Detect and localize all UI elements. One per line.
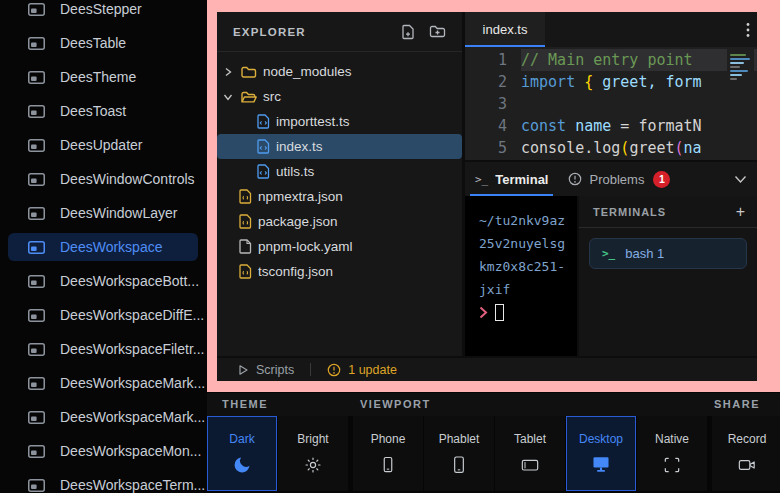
moon-icon <box>232 454 252 476</box>
terminal-session-bash-1[interactable]: >_bash 1 <box>589 238 747 269</box>
sidebar-item-deesworkspacemark[interactable]: DeesWorkspaceMark... <box>8 403 198 431</box>
more-actions-icon[interactable] <box>746 22 750 38</box>
line-content: const name = formatN <box>521 115 757 137</box>
toolbar-group-theme: DarkBright <box>207 416 349 491</box>
terminal-prompt-icon <box>479 306 488 319</box>
window-icon <box>28 445 45 458</box>
toolbar-button-label: Tablet <box>514 432 546 446</box>
window-icon <box>28 241 45 254</box>
tree-item-utils-ts[interactable]: utils.ts <box>217 159 462 184</box>
code-token: = formatN <box>620 117 701 135</box>
viewport-button-desktop[interactable]: Desktop <box>566 416 636 491</box>
record-icon <box>736 454 758 476</box>
viewport-button-tablet[interactable]: Tablet <box>495 416 565 491</box>
sidebar-item-deesworkspace[interactable]: DeesWorkspace <box>8 233 198 261</box>
terminal-icon: >_ <box>475 173 488 186</box>
sidebar-item-deesworkspacemon[interactable]: DeesWorkspaceMon... <box>8 437 198 465</box>
alert-circle-icon <box>568 172 582 186</box>
chevron-right-icon <box>221 67 235 77</box>
sidebar-item-deesupdater[interactable]: DeesUpdater <box>8 131 198 159</box>
sidebar-item-deesworkspacemark[interactable]: DeesWorkspaceMark... <box>8 369 198 397</box>
tab-terminal[interactable]: >_ Terminal <box>465 162 558 196</box>
code-token: na <box>684 139 702 157</box>
toolbar-button-label: Bright <box>297 432 328 446</box>
theme-button-bright[interactable]: Bright <box>278 416 348 491</box>
chevron-down-icon[interactable] <box>734 175 747 184</box>
component-sidebar: DeesStepperDeesTableDeesThemeDeesToastDe… <box>0 0 207 493</box>
new-folder-icon[interactable] <box>429 24 446 40</box>
viewport-button-phablet[interactable]: Phablet <box>424 416 494 491</box>
editor-tab-index-ts[interactable]: index.ts <box>465 12 545 47</box>
minimap-line <box>730 66 740 68</box>
sidebar-item-label: DeesStepper <box>60 1 142 17</box>
sidebar-item-deestable[interactable]: DeesTable <box>8 29 198 57</box>
sidebar-item-deestoast[interactable]: DeesToast <box>8 97 198 125</box>
scripts-button[interactable]: Scripts <box>237 363 294 377</box>
code-token: // Main entry point <box>521 51 693 69</box>
updates-label: 1 update <box>348 363 397 377</box>
sidebar-item-label: DeesWorkspaceFiletr... <box>60 341 204 357</box>
theme-button-dark[interactable]: Dark <box>207 416 277 491</box>
explorer-actions <box>401 24 446 40</box>
tab-problems[interactable]: Problems 1 <box>558 162 680 196</box>
phablet-icon <box>449 454 469 476</box>
tree-item-package-json[interactable]: package.json <box>217 209 462 234</box>
native-icon <box>662 454 682 476</box>
sidebar-item-label: DeesWorkspaceBott... <box>60 273 199 289</box>
chevron-down-icon <box>221 92 235 102</box>
tree-item-node-modules[interactable]: node_modules <box>217 59 462 84</box>
viewport-button-phone[interactable]: Phone <box>353 416 423 491</box>
code-token: console.log <box>521 139 620 157</box>
updates-button[interactable]: 1 update <box>327 363 397 377</box>
toolbar-button-label: Phablet <box>439 432 480 446</box>
window-icon <box>28 37 45 50</box>
sidebar-item-deesworkspacebott[interactable]: DeesWorkspaceBott... <box>8 267 198 295</box>
toolbar-section-label-viewport: VIEWPORT <box>360 393 431 416</box>
play-icon <box>237 364 249 376</box>
sidebar-item-label: DeesToast <box>60 103 126 119</box>
window-icon <box>28 3 45 16</box>
code-token: const <box>521 117 575 135</box>
add-terminal-button[interactable]: + <box>736 204 745 220</box>
share-button-record[interactable]: Record <box>712 416 780 491</box>
terminals-list: >_bash 1 <box>579 238 757 269</box>
sidebar-item-deesworkspacefiletr[interactable]: DeesWorkspaceFiletr... <box>8 335 198 363</box>
tree-item-pnpm-lock-yaml[interactable]: pnpm-lock.yaml <box>217 234 462 259</box>
tree-item-npmextra-json[interactable]: npmextra.json <box>217 184 462 209</box>
sidebar-item-label: DeesWindowControls <box>60 171 195 187</box>
sidebar-item-label: DeesTheme <box>60 69 136 85</box>
line-content <box>521 93 757 115</box>
window-icon <box>28 343 45 356</box>
toolbar-section-labels: THEMEVIEWPORTSHARE <box>207 393 780 416</box>
toolbar-group-viewport: PhonePhabletTabletDesktopNative <box>353 416 708 491</box>
workspace-statusbar: Scripts 1 update <box>217 358 757 381</box>
sidebar-item-deesworkspaceterm[interactable]: DeesWorkspaceTerm... <box>8 471 198 493</box>
toolbar-group-share: Record <box>712 416 780 491</box>
ts-file-icon <box>257 114 270 129</box>
sidebar-item-deestheme[interactable]: DeesTheme <box>8 63 198 91</box>
file-icon <box>239 239 252 254</box>
sidebar-item-deeswindowlayer[interactable]: DeesWindowLayer <box>8 199 198 227</box>
sidebar-item-label: DeesWorkspaceMon... <box>60 443 201 459</box>
new-file-icon[interactable] <box>401 24 416 40</box>
json-file-icon <box>239 264 252 279</box>
minimap[interactable] <box>727 49 754 158</box>
tree-item-index-ts[interactable]: index.ts <box>217 134 462 159</box>
statusbar-divider <box>310 363 311 376</box>
tree-item-src[interactable]: src <box>217 84 462 109</box>
tree-item-tsconfig-json[interactable]: tsconfig.json <box>217 259 462 284</box>
terminals-panel: TERMINALS + >_bash 1 <box>579 196 757 356</box>
explorer-header: EXPLORER <box>217 12 462 52</box>
sidebar-item-deesworkspacediffe[interactable]: DeesWorkspaceDiffE... <box>8 301 198 329</box>
panel-tabbar: >_ Terminal Problems 1 <box>465 162 757 196</box>
sidebar-item-deesstepper[interactable]: DeesStepper <box>8 0 198 23</box>
ts-file-icon <box>257 139 270 154</box>
sidebar-item-deeswindowcontrols[interactable]: DeesWindowControls <box>8 165 198 193</box>
viewport-button-native[interactable]: Native <box>637 416 707 491</box>
tree-item-importtest-ts[interactable]: importtest.ts <box>217 109 462 134</box>
terminal-output: ~/tu2nkv9az25v2nuyelsgkmz0x8c251-jxif <box>479 209 577 301</box>
json-file-icon <box>239 189 252 204</box>
terminal-console[interactable]: ~/tu2nkv9az25v2nuyelsgkmz0x8c251-jxif <box>465 196 577 356</box>
code-editor[interactable]: 1// Main entry point2import { greet, for… <box>465 47 757 160</box>
panel-body: ~/tu2nkv9az25v2nuyelsgkmz0x8c251-jxif TE… <box>465 196 757 356</box>
